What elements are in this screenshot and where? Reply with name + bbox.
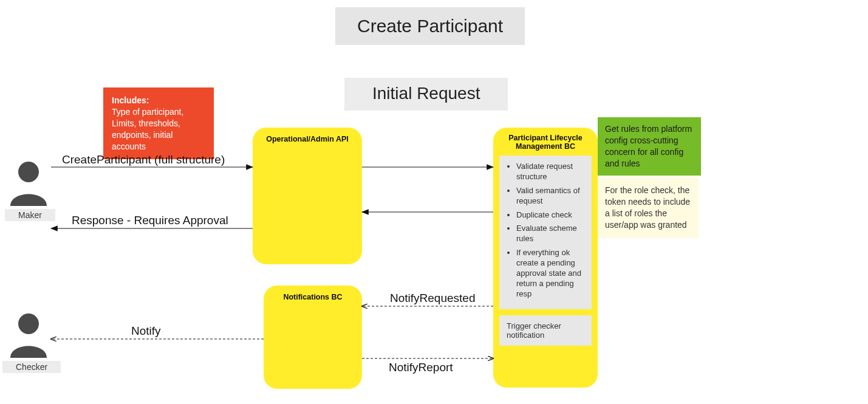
plm-step: Validate request structure xyxy=(516,162,584,182)
plm-step: If everything ok create a pending approv… xyxy=(516,248,584,299)
note-includes-body: Type of participant, Limits, thresholds,… xyxy=(112,107,183,151)
note-role-check: For the role check, the token needs to i… xyxy=(598,177,699,238)
msg-create-participant: CreateParticipant (full structure) xyxy=(62,153,225,166)
note-includes: Includes: Type of participant, Limits, t… xyxy=(103,87,214,159)
actor-checker-icon xyxy=(7,310,50,359)
plm-step: Duplicate check xyxy=(516,210,584,221)
msg-response: Response - Requires Approval xyxy=(72,214,228,227)
plm-step: Valid semantics of request xyxy=(516,186,584,207)
svg-point-0 xyxy=(18,162,39,182)
svg-point-1 xyxy=(18,313,39,334)
diagram-title: Create Participant xyxy=(335,7,525,45)
actor-maker-icon xyxy=(7,159,50,207)
block-api: Operational/Admin API xyxy=(253,128,362,264)
actor-checker-label: Checker xyxy=(2,361,61,373)
plm-trigger: Trigger checker notification xyxy=(499,315,592,346)
block-plm-title: Participant Lifecycle Management BC xyxy=(493,128,598,151)
msg-notify-requested: NotifyRequested xyxy=(390,292,475,305)
note-includes-label: Includes: xyxy=(112,95,149,105)
msg-notify: Notify xyxy=(131,324,161,338)
actor-maker-label: Maker xyxy=(5,209,55,221)
note-rules: Get rules from platform config cross-cut… xyxy=(598,117,701,176)
diagram-subtitle: Initial Request xyxy=(344,78,508,111)
block-notifications: Notifications BC xyxy=(264,286,362,389)
block-plm: Participant Lifecycle Management BC Vali… xyxy=(493,128,598,388)
plm-steps: Validate request structureValid semantic… xyxy=(499,156,592,309)
block-api-title: Operational/Admin API xyxy=(253,128,362,143)
block-notifications-title: Notifications BC xyxy=(264,286,362,301)
plm-step: Evaluate scheme rules xyxy=(516,224,584,244)
msg-notify-report: NotifyReport xyxy=(389,361,453,374)
